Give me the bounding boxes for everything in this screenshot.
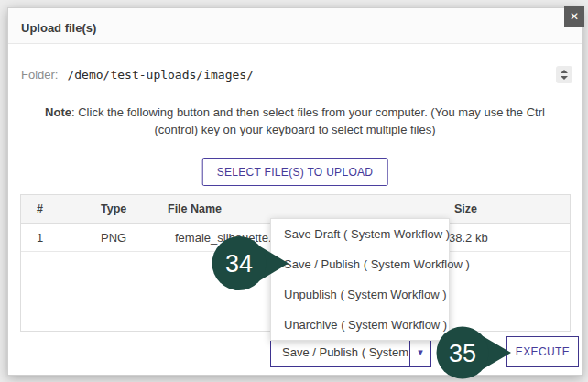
- menu-item-save-draft[interactable]: Save Draft ( System Workflow ): [271, 219, 449, 249]
- folder-path-value: /demo/test-uploads/images/: [67, 68, 254, 82]
- note-text: Note: Click the following button and the…: [25, 104, 565, 139]
- callout-35-teardrop-icon: 35: [436, 325, 511, 380]
- col-header-size: Size: [441, 202, 570, 215]
- callout-35: 35: [436, 325, 511, 382]
- callout-34-teardrop-icon: 34: [212, 235, 289, 291]
- cell-number: 1: [21, 231, 85, 245]
- workflow-dropdown-menu: Save Draft ( System Workflow ) Save / Pu…: [270, 218, 450, 341]
- folder-row: Folder: /demo/test-uploads/images/: [21, 63, 572, 85]
- note-bold-prefix: Note: [45, 105, 71, 119]
- page-background: { "dialog": { "title": "Upload file(s)" …: [0, 0, 588, 382]
- menu-item-unarchive[interactable]: Unarchive ( System Workflow ): [271, 310, 449, 340]
- col-header-filename: File Name: [168, 202, 441, 215]
- caret-down-icon[interactable]: ▾: [409, 338, 430, 366]
- cell-type: PNG: [85, 231, 168, 245]
- cell-size: 38.2 kb: [441, 231, 570, 245]
- note-body: : Click the following button and then se…: [71, 105, 545, 136]
- stepper-down-icon[interactable]: [561, 76, 568, 80]
- callout-34-number: 34: [225, 250, 253, 278]
- workflow-select[interactable]: Save / Publish ( System Workflow ) ▾: [270, 337, 431, 367]
- col-header-number: #: [21, 202, 85, 215]
- close-icon[interactable]: ✕: [564, 6, 584, 27]
- menu-item-unpublish[interactable]: Unpublish ( System Workflow ): [271, 279, 449, 310]
- dialog-header: Upload file(s): [8, 8, 582, 44]
- workflow-select-value[interactable]: Save / Publish ( System Workflow ): [271, 338, 408, 366]
- dialog-title: Upload file(s): [21, 21, 96, 35]
- callout-35-number: 35: [449, 340, 476, 367]
- select-files-button[interactable]: SELECT FILE(S) TO UPLOAD: [202, 158, 388, 186]
- folder-label: Folder:: [21, 68, 58, 82]
- execute-button[interactable]: EXECUTE: [506, 336, 579, 367]
- menu-item-save-publish[interactable]: Save / Publish ( System Workflow ): [271, 249, 449, 279]
- stepper-up-icon[interactable]: [561, 70, 568, 73]
- col-header-type: Type: [85, 202, 168, 215]
- callout-34: 34: [212, 235, 289, 295]
- folder-stepper[interactable]: [556, 66, 572, 83]
